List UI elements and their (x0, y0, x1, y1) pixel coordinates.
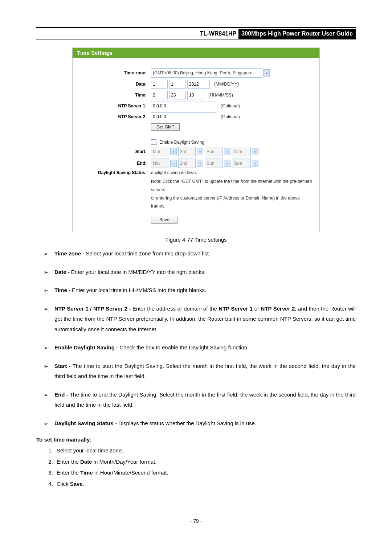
ntp2-label: NTP Server 2: (78, 114, 151, 119)
time-settings-panel: Time Settings Time zone: (GMT+08:00) Bei… (72, 48, 320, 232)
doc-title: 300Mbps High Power Router User Guide (238, 29, 356, 39)
chevron-down-icon[interactable]: ▾ (224, 160, 230, 167)
end-week-select[interactable]: 2nd (178, 159, 196, 168)
daylight-checkbox[interactable] (151, 139, 156, 145)
date-month-input[interactable] (151, 80, 168, 89)
list-item: Date - Enter your local date in MM/DD/YY… (44, 267, 356, 278)
list-item: Time - Enter your local time in HH/MM/SS… (44, 285, 356, 296)
date-day-input[interactable] (169, 80, 186, 89)
note-line-2: or entering the customized server (IP Ad… (151, 194, 314, 211)
date-label: Date: (78, 82, 151, 87)
time-sec-input[interactable] (187, 91, 204, 99)
end-label: End: (78, 161, 151, 166)
list-item: Click Save. (54, 479, 356, 489)
chevron-down-icon[interactable]: ▾ (197, 148, 203, 155)
list-item: Select your local time zone. (54, 446, 356, 456)
timezone-label: Time zone: (78, 70, 151, 75)
end-time-select[interactable]: 3am (232, 159, 251, 168)
ntp1-input[interactable] (151, 102, 216, 110)
chevron-down-icon[interactable]: ▾ (170, 148, 177, 155)
list-item: Enter the Date in Month/Day/Year format. (54, 457, 356, 467)
list-item: Time zone - Select your local time zone … (44, 249, 356, 259)
timezone-select[interactable]: (GMT+08:00) Beijing, Hong Kong, Perth, S… (151, 68, 262, 78)
start-week-select[interactable]: 3rd (178, 147, 196, 156)
end-day-select[interactable]: Sun (205, 159, 223, 168)
dls-status-label: Daylight Saving Status: (78, 170, 151, 175)
manual-steps: Select your local time zone. Enter the D… (44, 446, 356, 489)
time-hour-input[interactable] (151, 91, 168, 99)
chevron-down-icon[interactable]: ▾ (170, 160, 177, 167)
ntp2-input[interactable] (151, 112, 216, 121)
end-month-select[interactable]: Nov (151, 159, 169, 168)
doc-header: TL-WR841HP 300Mbps High Power Router Use… (36, 29, 356, 39)
get-gmt-button[interactable]: Get GMT (151, 123, 180, 131)
model-number: TL-WR841HP (198, 29, 238, 38)
page-number: - 79 - (36, 518, 356, 524)
list-item: Enable Daylight Saving - Check the box t… (44, 342, 356, 353)
ntp1-hint: (Optional) (221, 103, 240, 108)
dls-status-value: daylight saving is down. (151, 170, 197, 175)
chevron-down-icon[interactable]: ▾ (252, 148, 258, 155)
description-list: Time zone - Select your local time zone … (36, 249, 356, 428)
chevron-down-icon[interactable]: ▾ (224, 148, 230, 155)
list-item: End - The time to end the Daylight Savin… (44, 390, 356, 410)
chevron-down-icon[interactable]: ▾ (263, 69, 270, 77)
save-button[interactable]: Save (151, 216, 177, 224)
list-item: Enter the Time in Hour/Minute/Second for… (54, 468, 356, 478)
panel-title: Time Settings (73, 48, 319, 58)
start-time-select[interactable]: 2am (232, 147, 251, 156)
time-min-input[interactable] (169, 91, 186, 99)
chevron-down-icon[interactable]: ▾ (252, 160, 258, 167)
ntp2-hint: (Optional) (221, 114, 240, 119)
manual-heading: To set time manually: (36, 436, 356, 443)
note-line-1: Note: Click the "GET GMT" to update the … (151, 177, 314, 194)
date-hint: (MM/DD/YY) (214, 82, 239, 87)
time-hint: (HH/MM/SS) (208, 93, 233, 98)
list-item: Daylight Saving Status - Displays the st… (44, 418, 356, 429)
start-month-select[interactable]: Mar (151, 147, 169, 156)
date-year-input[interactable] (187, 80, 210, 89)
ntp1-label: NTP Server 1: (78, 103, 151, 108)
figure-caption: Figure 4-77 Time settings (36, 237, 356, 243)
start-label: Start: (78, 149, 151, 154)
list-item: Start - The time to start the Daylight S… (44, 361, 356, 382)
chevron-down-icon[interactable]: ▾ (197, 160, 203, 167)
daylight-checkbox-label: Enable Daylight Saving (159, 140, 204, 145)
time-label: Time: (78, 93, 151, 98)
list-item: NTP Server 1 / NTP Server 2 - Enter the … (44, 304, 356, 335)
start-day-select[interactable]: Sun (205, 147, 223, 156)
